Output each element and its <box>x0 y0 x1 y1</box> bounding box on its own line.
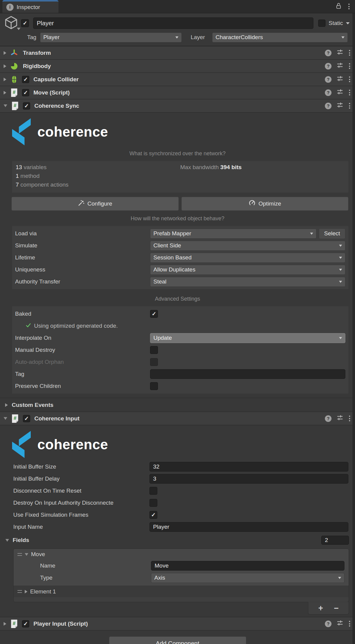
foldout-arrow-icon[interactable] <box>4 51 6 55</box>
help-icon[interactable] <box>325 50 331 56</box>
input-name-label: Input Name <box>13 524 149 530</box>
configure-button[interactable]: Configure <box>11 197 179 211</box>
buffer-size-input[interactable] <box>149 462 348 472</box>
input-name-input[interactable] <box>149 522 348 532</box>
layer-label: Layer <box>191 34 205 41</box>
uniqueness-dropdown[interactable]: Allow Duplicates <box>150 265 345 275</box>
kebab-menu-icon[interactable] <box>348 3 350 10</box>
kebab-menu-icon[interactable] <box>348 49 351 56</box>
help-icon[interactable] <box>325 76 331 83</box>
element-title: Element 1 <box>30 588 56 595</box>
list-element-move[interactable]: Move Name Type Axis <box>14 549 349 586</box>
load-via-dropdown[interactable]: Prefab Mapper <box>150 229 316 239</box>
help-icon[interactable] <box>325 415 331 422</box>
simulate-dropdown[interactable]: Client Side <box>150 241 345 251</box>
destroy-on-disconnect-label: Destroy On Input Authority Disconnecte <box>13 500 149 506</box>
advanced-rows-panel: Baked Using optimized generated code. In… <box>12 306 348 394</box>
component-header-transform[interactable]: Transform <box>0 46 355 59</box>
foldout-arrow-icon[interactable] <box>25 553 28 556</box>
preserve-children-checkbox[interactable] <box>150 382 158 390</box>
foldout-arrow-icon[interactable] <box>4 622 6 626</box>
kebab-menu-icon[interactable] <box>348 76 351 83</box>
foldout-arrow-icon[interactable] <box>4 64 6 68</box>
list-element-1[interactable]: Element 1 <box>14 586 349 597</box>
sync-tag-input[interactable] <box>150 369 345 379</box>
interpolate-on-dropdown[interactable]: Update <box>150 333 345 343</box>
custom-events-foldout[interactable]: Custom Events <box>0 398 355 412</box>
add-component-button[interactable]: Add Component <box>109 636 246 644</box>
kebab-menu-icon[interactable] <box>348 415 351 422</box>
presets-icon[interactable] <box>337 414 343 423</box>
element-type-dropdown[interactable]: Axis <box>151 573 344 583</box>
component-header-player-input[interactable]: # Player Input (Script) <box>0 617 355 630</box>
fields-list: Move Name Type Axis Element 1 <box>13 549 349 602</box>
presets-icon[interactable] <box>337 88 343 97</box>
help-icon[interactable] <box>325 89 331 96</box>
select-button[interactable]: Select <box>319 228 345 239</box>
foldout-arrow-icon[interactable] <box>4 104 7 107</box>
presets-icon[interactable] <box>337 49 343 57</box>
drag-handle-icon[interactable] <box>17 553 22 556</box>
active-checkbox[interactable] <box>21 19 29 27</box>
kebab-menu-icon[interactable] <box>348 102 351 109</box>
configure-label: Configure <box>87 200 112 207</box>
csharp-script-icon: # <box>10 88 19 97</box>
foldout-arrow-icon[interactable] <box>5 539 9 542</box>
scrollbar[interactable] <box>353 13 355 644</box>
fields-count-input[interactable] <box>321 536 349 545</box>
name-input[interactable] <box>33 17 313 29</box>
manual-destroy-checkbox[interactable] <box>150 346 158 354</box>
tab-inspector[interactable]: Inspector <box>2 0 58 13</box>
presets-icon[interactable] <box>337 620 343 628</box>
presets-icon[interactable] <box>337 102 343 110</box>
component-enabled-checkbox[interactable] <box>22 89 29 96</box>
lock-icon[interactable] <box>335 2 342 11</box>
presets-icon[interactable] <box>337 62 343 70</box>
foldout-arrow-icon[interactable] <box>5 403 8 407</box>
static-checkbox[interactable] <box>318 20 325 27</box>
kebab-menu-icon[interactable] <box>348 63 351 70</box>
foldout-arrow-icon[interactable] <box>4 417 7 420</box>
baked-checkbox[interactable] <box>150 310 158 318</box>
help-icon[interactable] <box>325 621 331 627</box>
element-name-input[interactable] <box>151 561 344 571</box>
disconnect-checkbox[interactable] <box>149 487 157 495</box>
help-icon[interactable] <box>325 63 331 70</box>
foldout-arrow-icon[interactable] <box>4 91 6 94</box>
tag-dropdown[interactable]: Player <box>40 33 182 42</box>
fixed-frames-checkbox[interactable] <box>149 511 157 519</box>
static-caret-icon[interactable] <box>346 22 350 24</box>
tab-title: Inspector <box>17 4 40 11</box>
component-header-coherence-input[interactable]: # Coherence Input <box>0 412 355 425</box>
authority-transfer-dropdown[interactable]: Steal <box>150 277 345 287</box>
optimize-button[interactable]: Optimize <box>181 197 349 211</box>
drag-handle-icon[interactable] <box>17 590 22 593</box>
uniqueness-label: Uniqueness <box>15 266 150 273</box>
component-enabled-checkbox[interactable] <box>23 415 30 422</box>
component-header-rigidbody[interactable]: Rigidbody <box>0 59 355 73</box>
buffer-delay-input[interactable] <box>149 474 348 484</box>
add-element-button[interactable]: + <box>318 605 323 611</box>
foldout-arrow-icon[interactable] <box>25 590 27 593</box>
foldout-arrow-icon[interactable] <box>4 78 6 81</box>
component-enabled-checkbox[interactable] <box>22 620 29 627</box>
list-footer: + − <box>308 602 349 615</box>
component-header-move-script[interactable]: # Move (Script) <box>0 86 355 99</box>
lifetime-dropdown[interactable]: Session Based <box>150 253 345 263</box>
component-enabled-checkbox[interactable] <box>23 102 30 110</box>
buffer-size-label: Initial Buffer Size <box>13 463 149 470</box>
component-title: Move (Script) <box>33 89 70 96</box>
component-header-capsule-collider[interactable]: Capsule Collider <box>0 73 355 86</box>
component-title: Coherence Sync <box>34 103 79 109</box>
remove-element-button[interactable]: − <box>334 605 339 611</box>
help-icon[interactable] <box>325 103 331 109</box>
component-header-coherence-sync[interactable]: # Coherence Sync <box>0 99 355 112</box>
presets-icon[interactable] <box>337 75 343 83</box>
gameobject-icon[interactable] <box>4 16 21 31</box>
destroy-on-disconnect-checkbox[interactable] <box>149 499 157 507</box>
kebab-menu-icon[interactable] <box>348 89 351 96</box>
kebab-menu-icon[interactable] <box>348 620 351 627</box>
component-enabled-checkbox[interactable] <box>22 76 29 83</box>
layer-dropdown[interactable]: CharacterColliders <box>212 33 348 42</box>
info-icon <box>6 4 14 11</box>
